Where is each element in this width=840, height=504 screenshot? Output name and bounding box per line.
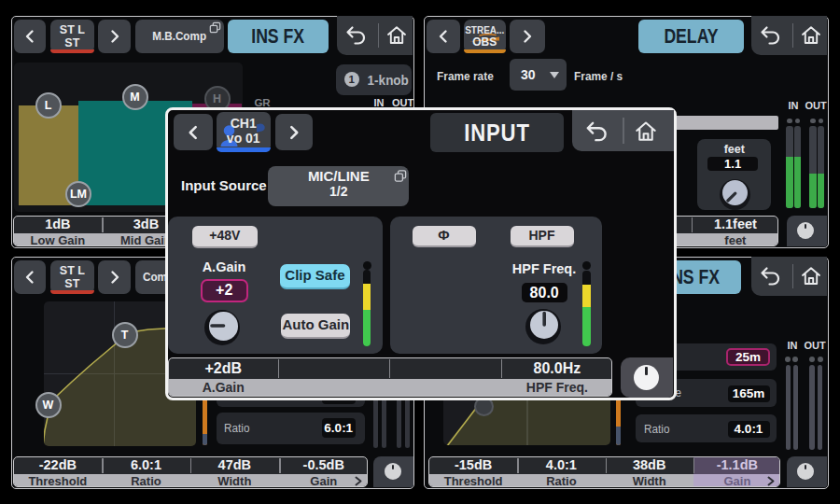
undo-icon[interactable] [344,25,369,46]
one-knob-icon: 1 [344,72,360,88]
p1-next-button[interactable] [98,20,132,53]
p2-meter-peak-dot [787,119,792,124]
chevron-right-icon [287,124,301,141]
p3-ratio-value[interactable]: 6.0:1 [322,418,356,438]
chevron-right-icon [108,270,121,285]
p4-corner-knob-button[interactable] [787,456,828,487]
p4-out-meter-r [818,365,823,450]
p4-ratio-row: Ratio 4.0:1 [636,414,777,442]
p3-next-button[interactable] [98,260,132,294]
dropdown-arrow-icon [550,72,559,78]
popup-phase-button[interactable]: Φ [413,226,476,247]
popup-corner-knob-button[interactable] [621,357,673,399]
home-icon[interactable] [385,24,408,47]
p4-in-label: IN [784,340,802,351]
undo-icon[interactable] [759,25,783,46]
p3-marker-W[interactable]: W [35,392,62,418]
p3-marker-T[interactable]: T [112,322,138,348]
chevron-left-icon [437,29,450,44]
popup-hpf-freq-label: HPF Freq. [507,261,581,276]
popup-title: INPUT [430,113,564,152]
p3-corner-knob-button[interactable] [373,456,414,487]
chevron-right-icon [521,29,534,44]
p4-attack-value[interactable]: 25m [726,348,769,366]
popup-prev-button[interactable] [174,114,213,151]
p2-delay-unit-label: feet [697,143,771,156]
p2-frame-rate-unit: Frame / s [574,69,623,83]
p4-ratio-label: Ratio [644,423,669,436]
status-more-icon[interactable] [354,476,363,486]
p2-screen-title: DELAY [638,20,745,53]
p3-status-lab-1: Ratio [102,475,190,486]
p1-screen-title: INS FX [228,20,329,53]
p1-in-label: IN [368,97,391,108]
popup-status-lab-0: A.Gain [169,381,278,394]
p4-meter-peak-dot [818,357,823,362]
popup-again-knob[interactable] [204,310,240,345]
p2-meter-peak-dot [819,119,824,124]
p1-marker-M[interactable]: M [122,84,148,110]
p4-out-label: OUT [803,340,828,351]
p1-marker-L[interactable]: L [35,92,62,119]
popup-nav-group [572,110,674,152]
chevron-left-icon [23,270,36,285]
popup-input-source-button[interactable]: MIC/LINE 1/2 [268,166,409,207]
p2-delay-value-box[interactable]: 1.1 [707,157,759,171]
popup-input-source-line1: MIC/LINE [268,169,409,184]
p2-frame-rate-select[interactable]: 30 [510,59,567,91]
undo-icon[interactable] [759,266,783,287]
popup-hpf-freq-value[interactable]: 80.0 [522,283,567,302]
p2-status-lab-1: feet [692,234,778,245]
p1-one-knob-label: 1-knob [366,64,409,95]
status-more-icon[interactable] [766,476,776,486]
p2-tab-line1: STREA... [465,25,504,35]
p1-one-knob-button[interactable]: 1 1-knob [336,64,413,95]
p2-channel-tab[interactable]: STREA... OBS [464,20,507,53]
undo-icon[interactable] [584,120,610,143]
popup-again-value[interactable]: +2 [201,279,248,302]
p4-ratio-value[interactable]: 4.0:1 [728,421,770,438]
p1-prev-button[interactable] [14,20,46,53]
popup-tab-underline [217,147,272,152]
p1-fx-select-button[interactable]: M.B.Comp [135,20,224,53]
p3-ratio-row: Ratio 6.0:1 [217,413,365,444]
p3-status-lab-0: Threshold [14,475,103,486]
p4-meter-peak-dot [785,357,791,362]
p1-channel-tab[interactable]: ST L ST [50,20,95,53]
popup-hpf-knob[interactable] [525,309,561,344]
chevron-left-icon [23,29,36,44]
popup-auto-gain-button[interactable]: Auto Gain [281,314,350,339]
p2-delay-knob[interactable] [720,179,750,210]
p2-prev-button[interactable] [427,20,460,53]
p4-meter-peak-dot [809,357,815,362]
p2-out-label: OUT [804,100,829,111]
p1-fx-name: M.B.Comp [153,20,207,53]
screen-composite: ST L ST M.B.Comp INS FX 1 1-knob GR IN O… [0,0,840,504]
home-icon[interactable] [800,24,822,47]
p1-marker-LM[interactable]: LM [65,181,91,207]
home-icon[interactable] [800,265,822,287]
popup-hpf-meter-dot [582,261,591,270]
popup-hpf-meter [582,271,591,346]
p3-channel-tab[interactable]: ST L ST [50,260,95,294]
p4-release-value[interactable]: 165m [728,385,770,402]
home-icon[interactable] [634,119,658,144]
popup-hpf-button[interactable]: HPF [511,226,574,247]
p2-frame-rate-value: 30 [510,59,547,91]
p2-meter-peak-dot [795,119,801,124]
p1-nav-group [337,16,413,55]
popup-clip-safe-button[interactable]: Clip Safe [280,264,351,289]
p1-tab-line1: ST L [60,23,85,36]
p3-tab-line1: ST L [60,264,85,277]
popup-channel-tab[interactable]: CH1 vo 01 [217,112,272,152]
p3-tab-line2: ST [64,277,79,290]
p4-in-meter-l [786,365,791,450]
popup-status-lab-3: HPF Freq. [501,381,612,394]
p3-prev-button[interactable] [14,260,46,294]
popup-48v-button[interactable]: +48V [192,226,258,248]
p2-next-button[interactable] [510,20,546,53]
popup-next-button[interactable] [275,114,314,151]
popup-tab-line2: vo 01 [227,131,260,146]
p4-status-lab-2: Width [606,475,693,486]
p2-corner-knob-button[interactable] [787,216,828,246]
